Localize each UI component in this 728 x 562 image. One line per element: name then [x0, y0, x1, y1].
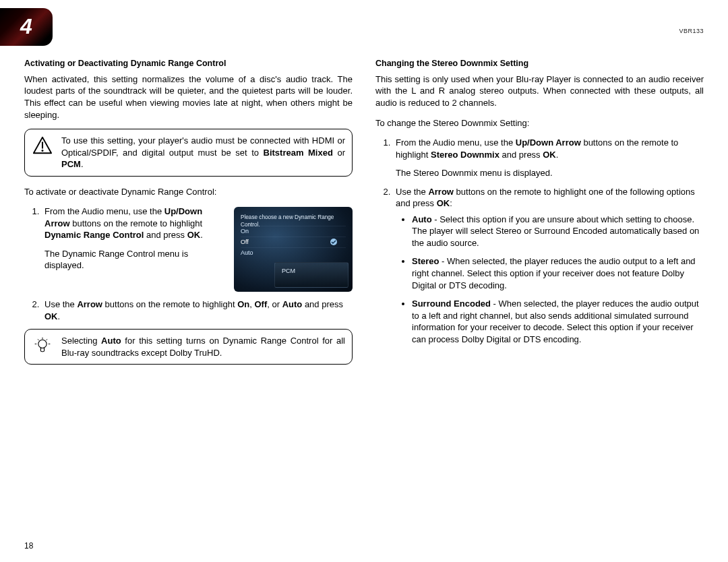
- ss-row-off: Off: [241, 237, 346, 247]
- tip-b1: Auto: [101, 336, 121, 346]
- left-intro: When activated, this setting normalizes …: [24, 73, 353, 121]
- warning-text: To use this setting, your player's audio…: [61, 135, 345, 170]
- s2b4: Auto: [282, 299, 303, 309]
- o2t: - When selected, the player reduces the …: [412, 256, 696, 290]
- s2b1: Arrow: [77, 299, 102, 309]
- r2c: :: [450, 198, 452, 208]
- right-intro: This setting is only used when your Blu-…: [375, 73, 704, 109]
- right-column: Changing the Stereo Downmix Setting This…: [375, 58, 704, 374]
- option-stereo: Stereo - When selected, the player reduc…: [412, 255, 704, 291]
- o1n: Auto: [412, 214, 432, 224]
- o3n: Surround Encoded: [412, 299, 491, 309]
- tip-text: Selecting Auto for this setting turns on…: [61, 335, 345, 358]
- r1c: and press: [499, 150, 543, 160]
- ss-row-on: On: [241, 226, 346, 236]
- warn-post: .: [81, 159, 84, 169]
- right-lead: To change the Stereo Downmix Setting:: [375, 117, 704, 129]
- s2a: Use the: [44, 299, 77, 309]
- svg-line-8: [38, 340, 39, 341]
- right-step-2: Use the Arrow buttons on the remote to h…: [393, 186, 704, 346]
- warning-callout: To use this setting, your player's audio…: [24, 129, 353, 177]
- r1a: From the Audio menu, use the: [396, 137, 516, 148]
- s1c: and press: [144, 230, 187, 240]
- s2b2: On: [237, 299, 249, 309]
- warn-mid: or: [333, 148, 345, 158]
- r2b2: OK: [437, 198, 450, 208]
- page-number: 18: [24, 540, 33, 551]
- r2a: Use the: [396, 187, 428, 197]
- options-list: Auto - Select this option if you are uns…: [412, 214, 704, 345]
- tip-callout: Selecting Auto for this setting turns on…: [24, 329, 353, 365]
- left-heading: Activating or Deactivating Dynamic Range…: [24, 58, 353, 69]
- option-auto: Auto - Select this option if you are uns…: [412, 214, 704, 249]
- s2e: and press: [302, 299, 343, 309]
- svg-line-9: [46, 340, 47, 341]
- menu-screenshot: Please choose a new Dynamic Range Contro…: [234, 207, 353, 292]
- chapter-number: 4: [20, 12, 32, 41]
- o2n: Stereo: [412, 256, 439, 266]
- left-step-1: From the Audio menu, use the Up/Down Arr…: [42, 206, 353, 292]
- s1-result: The Dynamic Range Control menu is displa…: [44, 248, 224, 272]
- model-label: VBR133: [679, 27, 704, 35]
- chapter-tab: 4: [0, 8, 53, 46]
- r1b3: OK: [543, 150, 556, 160]
- r1d: .: [556, 150, 559, 160]
- ss-panel: PCM: [274, 262, 348, 288]
- right-step-1: From the Audio menu, use the Up/Down Arr…: [393, 137, 704, 179]
- warn-b1: Bitstream Mixed: [264, 148, 333, 158]
- left-step-2: Use the Arrow buttons on the remote to h…: [42, 299, 353, 322]
- s1a: From the Audio menu, use the: [44, 206, 164, 216]
- svg-point-2: [42, 150, 44, 152]
- left-steps: From the Audio menu, use the Up/Down Arr…: [39, 206, 353, 322]
- ss-off-label: Off: [241, 238, 249, 246]
- right-heading: Changing the Stereo Downmix Setting: [375, 58, 704, 69]
- s2b: buttons on the remote to highlight: [102, 299, 237, 309]
- s2f: .: [58, 311, 61, 321]
- s1b3: OK: [187, 230, 201, 240]
- warning-icon: [32, 135, 53, 156]
- svg-point-3: [330, 239, 337, 245]
- ss-pcm: PCM: [282, 267, 295, 275]
- lightbulb-icon: [32, 335, 53, 356]
- tip-a: Selecting: [61, 336, 101, 346]
- r1-result: The Stereo Downmix menu is displayed.: [396, 167, 704, 179]
- s1d: .: [200, 230, 203, 240]
- o1t: - Select this option if you are unsure a…: [412, 214, 699, 248]
- s2b5: OK: [44, 311, 58, 321]
- left-lead: To activate or deactivate Dynamic Range …: [24, 186, 353, 198]
- warn-b2: PCM: [61, 159, 81, 169]
- s2b3: Off: [254, 299, 267, 309]
- s1b2: Dynamic Range Control: [44, 230, 144, 240]
- option-surround: Surround Encoded - When selected, the pl…: [412, 298, 704, 345]
- left-column: Activating or Deactivating Dynamic Range…: [24, 58, 353, 374]
- r2b1: Arrow: [428, 187, 454, 197]
- ss-row-auto: Auto: [241, 247, 346, 257]
- check-icon: [330, 238, 338, 246]
- r1b1: Up/Down Arrow: [516, 137, 581, 148]
- content-columns: Activating or Deactivating Dynamic Range…: [24, 58, 704, 374]
- svg-point-4: [38, 340, 47, 348]
- s1b: buttons on the remote to highlight: [70, 218, 203, 228]
- r1b2: Stereo Downmix: [431, 150, 499, 160]
- s2d: , or: [267, 299, 282, 309]
- right-steps: From the Audio menu, use the Up/Down Arr…: [390, 137, 704, 345]
